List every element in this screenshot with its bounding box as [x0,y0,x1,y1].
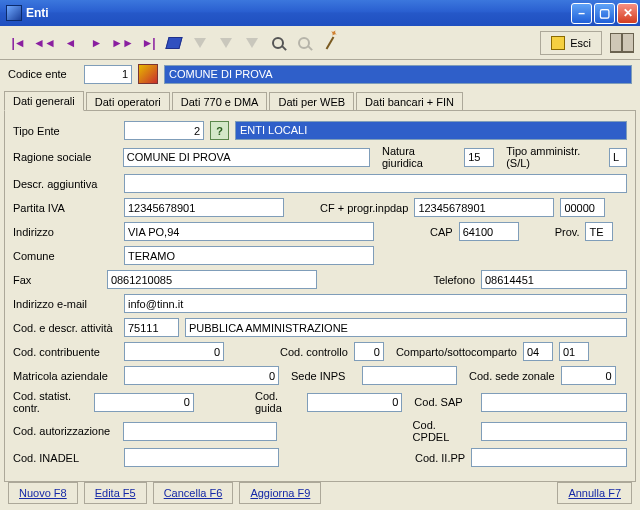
lookup-icon[interactable] [138,64,158,84]
tipo-ente-input[interactable] [124,121,204,140]
filter3-button[interactable] [240,31,264,55]
matricola-input[interactable] [124,366,279,385]
partita-iva-label: Partita IVA [13,202,118,214]
partita-iva-input[interactable] [124,198,284,217]
code-row: Codice ente COMUNE DI PROVA [0,60,640,88]
aggiorna-button[interactable]: Aggiorna F9 [239,482,321,504]
attivita-code-input[interactable] [124,318,179,337]
filter2-button[interactable] [214,31,238,55]
cancella-button[interactable]: Cancella F6 [153,482,234,504]
cod-guida-label: Cod. guida [255,390,301,414]
search-icon [298,37,310,49]
cod-contribuente-input[interactable] [124,342,224,361]
maximize-button[interactable]: ▢ [594,3,615,24]
codice-ente-input[interactable] [84,65,132,84]
cap-input[interactable] [459,222,519,241]
prov-input[interactable] [585,222,613,241]
annulla-button[interactable]: Annulla F7 [557,482,632,504]
nav-first-button[interactable]: |◄ [6,31,30,55]
search2-button[interactable] [292,31,316,55]
exit-label: Esci [570,37,591,49]
email-input[interactable] [124,294,627,313]
eraser-button[interactable] [162,31,186,55]
wand-icon [326,36,335,49]
funnel-icon [246,38,258,48]
wand-button[interactable] [318,31,342,55]
nav-prev-button[interactable]: ◄ [58,31,82,55]
sede-inps-input[interactable] [362,366,457,385]
cod-controllo-input[interactable] [354,342,384,361]
cod-autorizz-input[interactable] [123,422,277,441]
cod-controllo-label: Cod. controllo [280,346,348,358]
tipo-ente-label: Tipo Ente [13,125,118,137]
tabstrip: Dati generali Dati operatori Dati 770 e … [0,90,640,110]
tipo-ente-desc: ENTI LOCALI [235,121,627,140]
nav-prev-page-button[interactable]: ◄◄ [32,31,56,55]
tab-dati-web[interactable]: Dati per WEB [269,92,354,111]
tab-body: Tipo Ente ? ENTI LOCALI Ragione sociale … [4,110,636,482]
comune-label: Comune [13,250,118,262]
nuovo-button[interactable]: Nuovo F8 [8,482,78,504]
search-button[interactable] [266,31,290,55]
nav-next-page-button[interactable]: ►► [110,31,134,55]
tab-dati-generali[interactable]: Dati generali [4,91,84,111]
tipo-amministr-input[interactable] [609,148,627,167]
codice-ente-label: Codice ente [8,68,78,80]
telefono-label: Telefono [433,274,475,286]
close-button[interactable]: ✕ [617,3,638,24]
codice-ente-name: COMUNE DI PROVA [164,65,632,84]
filter1-button[interactable] [188,31,212,55]
comune-input[interactable] [124,246,374,265]
indirizzo-label: Indirizzo [13,226,118,238]
natura-giuridica-label: Natura giuridica [382,145,458,169]
titlebar: Enti – ▢ ✕ [0,0,640,26]
attivita-desc-input[interactable] [185,318,627,337]
help-book-icon[interactable] [610,33,634,53]
edita-button[interactable]: Edita F5 [84,482,147,504]
natura-giuridica-input[interactable] [464,148,494,167]
cf-progr2-input[interactable] [560,198,605,217]
tipo-amministr-label: Tipo amministr.(S/L) [506,145,603,169]
fax-label: Fax [13,274,101,286]
cod-iipp-input[interactable] [471,448,627,467]
cod-cpdel-input[interactable] [481,422,627,441]
comparto1-input[interactable] [523,342,553,361]
cap-label: CAP [430,226,453,238]
app-icon [6,5,22,21]
prov-label: Prov. [555,226,580,238]
exit-icon [551,36,565,50]
cod-contribuente-label: Cod. contribuente [13,346,118,358]
minimize-button[interactable]: – [571,3,592,24]
fax-input[interactable] [107,270,318,289]
eraser-icon [165,37,182,49]
sede-inps-label: Sede INPS [291,370,356,382]
nav-last-button[interactable]: ►| [136,31,160,55]
cod-sap-input[interactable] [481,393,627,412]
exit-button[interactable]: Esci [540,31,602,55]
cod-sede-zonale-label: Cod. sede zonale [469,370,555,382]
cod-inadel-label: Cod. INADEL [13,452,118,464]
funnel-icon [194,38,206,48]
telefono-input[interactable] [481,270,627,289]
tipo-ente-help-button[interactable]: ? [210,121,229,140]
cod-iipp-label: Cod. II.PP [415,452,465,464]
descr-agg-input[interactable] [124,174,627,193]
ragione-sociale-input[interactable] [123,148,370,167]
tab-dati-operatori[interactable]: Dati operatori [86,92,170,111]
comparto-label: Comparto/sottocomparto [396,346,517,358]
cod-autorizz-label: Cod. autorizzazione [13,425,117,437]
comparto2-input[interactable] [559,342,589,361]
cod-statist-input[interactable] [94,393,194,412]
cod-inadel-input[interactable] [124,448,279,467]
cod-sap-label: Cod. SAP [414,396,475,408]
cf-progr-input[interactable] [414,198,554,217]
attivita-label: Cod. e descr. attività [13,322,118,334]
cod-guida-input[interactable] [307,393,402,412]
tab-dati-bancari[interactable]: Dati bancari + FIN [356,92,463,111]
indirizzo-input[interactable] [124,222,374,241]
nav-next-button[interactable]: ► [84,31,108,55]
button-bar: Nuovo F8 Edita F5 Cancella F6 Aggiorna F… [4,480,636,506]
cod-sede-zonale-input[interactable] [561,366,616,385]
tab-dati-770[interactable]: Dati 770 e DMA [172,92,268,111]
email-label: Indirizzo e-mail [13,298,118,310]
